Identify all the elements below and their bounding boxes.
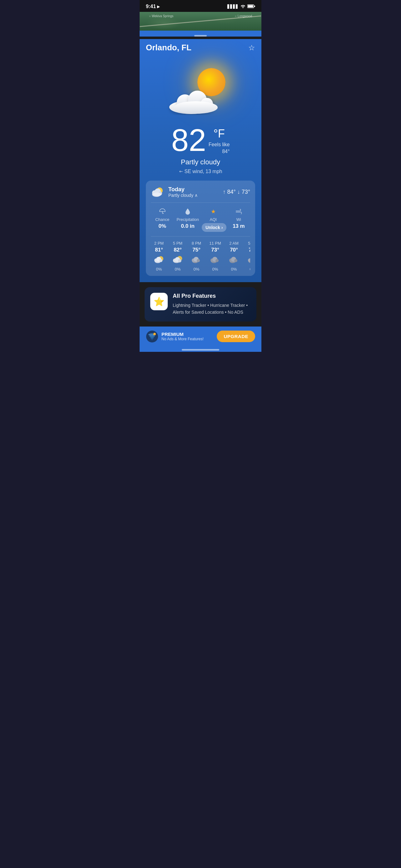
chance-value: 0%	[151, 223, 174, 229]
hour-precip-2pm: 0%	[151, 267, 167, 272]
hour-temp-5pm: 82°	[170, 247, 186, 253]
svg-rect-2	[254, 6, 255, 7]
pro-title: All Pro Features	[173, 293, 251, 299]
hour-icon-2pm	[153, 255, 165, 264]
status-time: 9:41 ▶	[146, 4, 160, 9]
stat-precipitation: Precipitation 0.0 in	[176, 207, 200, 232]
temperature-display: 82 °F Feels like 84°	[146, 124, 255, 156]
wind-direction-icon: ↗	[178, 168, 184, 175]
chance-label: Chance	[151, 217, 174, 222]
svg-point-18	[159, 259, 162, 262]
chevron-up-icon: ∧	[195, 193, 198, 198]
today-left: Today Partly cloudy ∧	[151, 185, 198, 199]
weather-header: Orlando, FL ☆	[146, 39, 255, 59]
hour-item-8pm: 8 PM 75° 0%	[188, 241, 205, 272]
hour-precip-11pm: 0%	[207, 267, 223, 272]
today-info: Today Partly cloudy ∧	[168, 186, 198, 198]
hour-time-8pm: 8 PM	[188, 241, 205, 246]
hour-icon-5am	[247, 255, 250, 264]
hour-temp-11pm: 73°	[207, 247, 223, 253]
upgrade-text: PREMIUM No Ads & More Features!	[162, 332, 204, 341]
svg-point-44	[151, 338, 153, 340]
hour-time-2am: 2 AM	[226, 241, 242, 246]
hour-time-5am: 5 AM	[244, 241, 250, 246]
unlock-arrow-icon: ›	[222, 225, 223, 230]
today-card[interactable]: Today Partly cloudy ∧ ↑ 84° ↓ 73°	[146, 181, 255, 276]
battery-icon	[247, 4, 255, 9]
today-label: Today	[168, 186, 198, 193]
pro-content: All Pro Features Lightning Tracker • Hur…	[173, 293, 251, 316]
today-temps: ↑ 84° ↓ 73°	[223, 189, 250, 195]
precip-value: 0.0 in	[176, 223, 200, 229]
svg-point-35	[234, 259, 237, 262]
partly-cloudy-weather-icon	[166, 65, 235, 115]
pro-icon: ⭐	[150, 293, 168, 310]
pro-features-card[interactable]: ⭐ All Pro Features Lightning Tracker • H…	[144, 287, 257, 321]
map-label-wekiva: Wekiva Springs	[152, 14, 173, 18]
hour-item-11pm: 11 PM 73° 0%	[207, 241, 223, 272]
wifi-icon	[240, 4, 245, 9]
wind-info: ↗ SE wind, 13 mph	[146, 169, 255, 174]
hour-icon-5pm	[172, 255, 183, 264]
wind-stat-icon	[227, 207, 250, 216]
temperature-unit: °F	[209, 128, 230, 140]
svg-point-37	[248, 258, 250, 262]
hour-precip-5am: 0%	[244, 267, 250, 272]
hour-precip-5pm: 0%	[170, 267, 186, 272]
map-label-longwood: Longwood	[238, 14, 252, 18]
wind-label: SE wind, 13 mph	[185, 169, 222, 174]
stat-wind: Wi 13 m	[227, 207, 250, 232]
temperature-value: 82	[171, 124, 206, 156]
status-bar: 9:41 ▶ ▋▋▋▋	[140, 0, 261, 12]
svg-rect-1	[248, 5, 253, 7]
upgrade-left: PREMIUM No Ads & More Features!	[146, 330, 204, 343]
svg-point-27	[197, 259, 200, 262]
status-icons: ▋▋▋▋	[227, 4, 255, 9]
hour-item-5am: 5 AM 70° 0%	[244, 241, 250, 272]
stat-chance: Chance 0%	[151, 207, 174, 232]
premium-logo	[146, 330, 158, 343]
aqi-label: AQI	[202, 217, 225, 222]
city-name: Orlando, FL	[146, 43, 192, 53]
stat-aqi: ★ AQI Unlock ›	[202, 207, 225, 232]
hour-precip-2am: 0%	[226, 267, 242, 272]
aqi-unlock-button[interactable]: Unlock ›	[202, 223, 226, 232]
weather-main-card: Orlando, FL ☆	[140, 39, 261, 282]
today-weather-icon	[151, 185, 165, 199]
hour-temp-8pm: 75°	[188, 247, 205, 253]
upgrade-button[interactable]: UPGRADE	[217, 331, 255, 342]
hour-time-2pm: 2 PM	[151, 241, 167, 246]
wind-stat-label: Wi	[227, 217, 250, 222]
weather-condition: Partly cloudy	[146, 158, 255, 166]
hour-temp-2pm: 81°	[151, 247, 167, 253]
tornado-icon	[146, 330, 158, 343]
hour-icon-11pm	[209, 255, 221, 264]
today-header: Today Partly cloudy ∧ ↑ 84° ↓ 73°	[151, 185, 250, 199]
svg-point-7	[174, 101, 218, 114]
aqi-star-icon: ★	[202, 207, 225, 216]
feels-like: Feels like 84°	[209, 141, 230, 155]
feels-like-label: Feels like	[209, 142, 230, 147]
umbrella-icon	[151, 207, 174, 216]
favorite-button[interactable]: ☆	[248, 43, 255, 52]
unlock-label: Unlock	[205, 225, 220, 230]
hour-time-5pm: 5 PM	[170, 241, 186, 246]
high-temp: 84°	[227, 189, 236, 195]
home-bar	[182, 349, 219, 350]
svg-point-31	[215, 259, 219, 262]
hour-icon-8pm	[191, 255, 202, 264]
upgrade-title: PREMIUM	[162, 332, 204, 337]
location-arrow-icon: ▶	[157, 5, 160, 9]
upgrade-subtitle: No Ads & More Features!	[162, 337, 204, 341]
hour-precip-8pm: 0%	[188, 267, 205, 272]
detail-stats: Chance 0% Precipitation 0.0 in	[151, 203, 250, 232]
drop-icon	[176, 207, 200, 216]
hour-icon-2am	[228, 255, 239, 264]
map-background: ○Wekiva Springs ○Longwood	[140, 12, 261, 31]
star-icon: ☆	[248, 43, 255, 52]
hour-item-2am: 2 AM 70° 0%	[226, 241, 242, 272]
hour-time-11pm: 11 PM	[207, 241, 223, 246]
time-display: 9:41	[146, 4, 156, 9]
svg-point-42	[149, 335, 155, 337]
hour-item-5pm: 5 PM 82° 0%	[170, 241, 186, 272]
